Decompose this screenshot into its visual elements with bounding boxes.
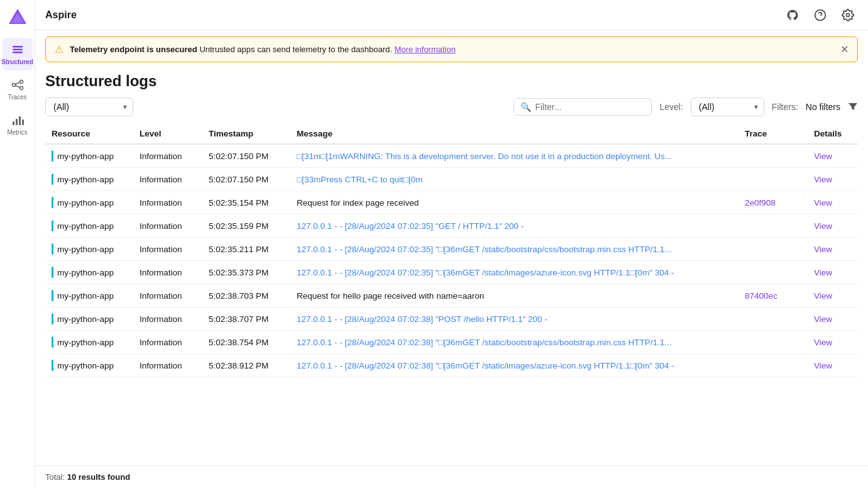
level-select[interactable]: (All) Information Warning Error	[691, 97, 764, 116]
sidebar-item-traces[interactable]: Traces	[3, 73, 33, 106]
footer-prefix: Total:	[45, 472, 67, 482]
help-icon-btn[interactable]	[810, 5, 830, 25]
col-header-resource: Resource	[45, 124, 133, 144]
topbar: Aspire	[35, 0, 868, 30]
cell-level: Information	[133, 284, 202, 308]
cell-level: Information	[133, 168, 202, 191]
svg-rect-4	[13, 52, 23, 53]
svg-rect-13	[22, 119, 24, 125]
cell-resource: my-python-app	[45, 168, 133, 191]
cell-level: Information	[133, 191, 202, 214]
cell-details[interactable]: View	[808, 191, 858, 214]
filter-input[interactable]	[535, 102, 645, 112]
cell-details[interactable]: View	[808, 238, 858, 261]
cell-resource: my-python-app	[45, 261, 133, 284]
page-title: Structured logs	[35, 62, 868, 97]
cell-timestamp: 5:02:35.154 PM	[202, 191, 290, 214]
resource-name: my-python-app	[57, 175, 114, 184]
cell-timestamp: 5:02:07.150 PM	[202, 144, 290, 168]
resource-bar	[52, 290, 53, 301]
cell-message: 127.0.0.1 - - [28/Aug/2024 07:02:38] "PO…	[290, 308, 739, 331]
svg-rect-12	[19, 116, 21, 125]
warning-close-button[interactable]: ✕	[840, 43, 849, 55]
view-link[interactable]: View	[814, 361, 832, 370]
structured-icon	[11, 43, 25, 57]
table-body: my-python-appInformation5:02:07.150 PM□[…	[45, 144, 858, 377]
filter-icon	[848, 102, 858, 112]
view-link[interactable]: View	[814, 268, 832, 277]
cell-resource: my-python-app	[45, 284, 133, 308]
resource-bar	[52, 174, 53, 185]
cell-details[interactable]: View	[808, 331, 858, 354]
resource-name: my-python-app	[57, 291, 114, 301]
cell-message: □[31m□[1mWARNING: This is a development …	[290, 144, 739, 168]
resource-name: my-python-app	[57, 268, 114, 277]
cell-trace[interactable]: 87400ec	[739, 284, 808, 308]
main-area: Aspire	[35, 0, 868, 488]
trace-link[interactable]: 87400ec	[745, 291, 777, 301]
message-text: Request for index page received	[297, 198, 419, 208]
message-text: 127.0.0.1 - - [28/Aug/2024 07:02:35] "□[…	[297, 245, 672, 254]
view-link[interactable]: View	[814, 338, 832, 347]
resource-name: my-python-app	[57, 314, 114, 324]
cell-message: Request for index page received	[290, 191, 739, 214]
svg-point-6	[19, 80, 23, 84]
resource-name: my-python-app	[57, 198, 114, 208]
cell-details[interactable]: View	[808, 144, 858, 168]
message-text: □[31m□[1mWARNING: This is a development …	[297, 152, 672, 161]
warning-text: Telemetry endpoint is unsecured Untruste…	[70, 45, 829, 54]
cell-message: □[33mPress CTRL+C to quit□[0m	[290, 168, 739, 191]
cell-details[interactable]: View	[808, 354, 858, 377]
help-icon	[814, 9, 827, 21]
resource-bar	[52, 220, 53, 231]
sidebar-item-structured[interactable]: Structured	[3, 38, 33, 70]
filter-icon-button[interactable]	[848, 102, 858, 112]
trace-link[interactable]: 2e0f908	[745, 198, 776, 208]
footer-count: 10 results found	[67, 472, 130, 482]
cell-level: Information	[133, 308, 202, 331]
resource-select[interactable]: (All) my-python-app	[45, 97, 133, 116]
app-title: Aspire	[45, 9, 77, 21]
cell-timestamp: 5:02:38.912 PM	[202, 354, 290, 377]
table-row: my-python-appInformation5:02:35.373 PM12…	[45, 261, 858, 284]
sidebar-item-metrics[interactable]: Metrics	[3, 108, 33, 141]
cell-details[interactable]: View	[808, 284, 858, 308]
cell-trace[interactable]: 2e0f908	[739, 191, 808, 214]
warning-more-info-link[interactable]: More information	[394, 45, 456, 54]
cell-trace	[739, 331, 808, 354]
cell-resource: my-python-app	[45, 238, 133, 261]
message-text: 127.0.0.1 - - [28/Aug/2024 07:02:35] "□[…	[297, 268, 674, 277]
sidebar: Structured Traces Metrics	[0, 0, 35, 488]
level-label: Level:	[659, 102, 683, 112]
app-logo	[5, 5, 30, 30]
view-link[interactable]: View	[814, 245, 832, 254]
table-header-row: Resource Level Timestamp Message Trace D…	[45, 124, 858, 144]
view-link[interactable]: View	[814, 221, 832, 231]
table-row: my-python-appInformation5:02:38.912 PM12…	[45, 354, 858, 377]
cell-details[interactable]: View	[808, 168, 858, 191]
filters-label: Filters:	[772, 102, 798, 112]
traces-icon	[11, 78, 25, 92]
settings-icon-btn[interactable]	[838, 5, 858, 25]
cell-message: 127.0.0.1 - - [28/Aug/2024 07:02:35] "□[…	[290, 261, 739, 284]
view-link[interactable]: View	[814, 198, 832, 208]
cell-details[interactable]: View	[808, 308, 858, 331]
cell-message: 127.0.0.1 - - [28/Aug/2024 07:02:38] "□[…	[290, 331, 739, 354]
svg-rect-11	[16, 119, 18, 125]
toolbar: (All) my-python-app ▾ 🔍 Level: (All) Inf…	[35, 97, 868, 124]
cell-details[interactable]: View	[808, 214, 858, 238]
svg-point-16	[847, 13, 850, 16]
col-header-message: Message	[290, 124, 739, 144]
view-link[interactable]: View	[814, 175, 832, 184]
cell-timestamp: 5:02:35.159 PM	[202, 214, 290, 238]
cell-details[interactable]: View	[808, 261, 858, 284]
table-row: my-python-appInformation5:02:35.211 PM12…	[45, 238, 858, 261]
cell-level: Information	[133, 144, 202, 168]
github-icon-btn[interactable]	[783, 5, 803, 25]
view-link[interactable]: View	[814, 152, 832, 161]
warning-icon: ⚠	[55, 43, 63, 55]
resource-select-wrapper: (All) my-python-app ▾	[45, 97, 133, 116]
cell-trace	[739, 238, 808, 261]
view-link[interactable]: View	[814, 314, 832, 324]
view-link[interactable]: View	[814, 291, 832, 301]
